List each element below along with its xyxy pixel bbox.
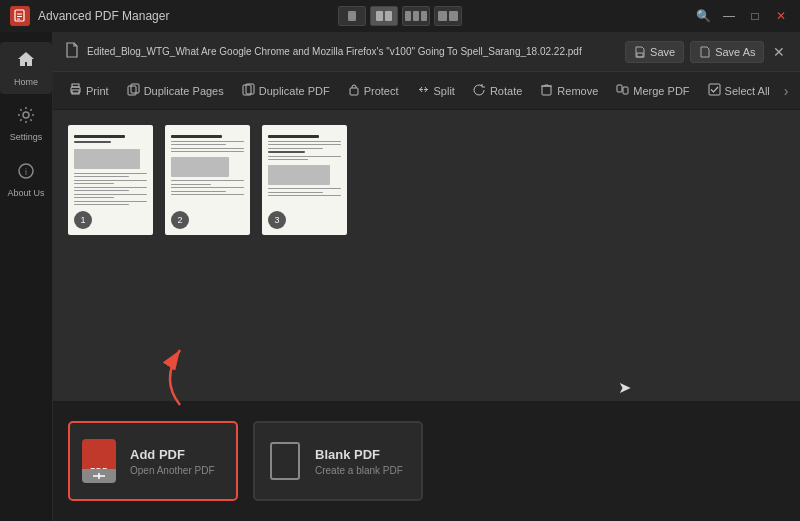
svg-rect-23 bbox=[350, 88, 358, 95]
file-bar: Edited_Blog_WTG_What Are Google Chrome a… bbox=[53, 32, 800, 72]
select-all-icon bbox=[708, 83, 721, 99]
remove-label: Remove bbox=[557, 85, 598, 97]
svg-rect-27 bbox=[709, 84, 720, 95]
protect-label: Protect bbox=[364, 85, 399, 97]
maximize-btn[interactable]: □ bbox=[746, 7, 764, 25]
svg-rect-4 bbox=[348, 11, 356, 21]
blank-pdf-card[interactable]: Blank PDF Create a blank PDF bbox=[253, 421, 423, 501]
save-as-button[interactable]: Save As bbox=[690, 41, 764, 63]
pdf-page-3[interactable]: 3 bbox=[262, 125, 347, 235]
split-icon bbox=[417, 83, 430, 99]
pdf-thumbnail-3[interactable]: 3 bbox=[262, 125, 347, 235]
print-label: Print bbox=[86, 85, 109, 97]
view-quad[interactable] bbox=[434, 6, 462, 26]
sidebar-settings-label: Settings bbox=[10, 132, 43, 142]
sidebar-item-settings[interactable]: Settings bbox=[0, 98, 52, 150]
sidebar-item-about[interactable]: i About Us bbox=[0, 154, 52, 206]
svg-rect-11 bbox=[449, 11, 458, 21]
settings-icon bbox=[17, 106, 35, 129]
remove-icon bbox=[540, 83, 553, 99]
svg-rect-8 bbox=[413, 11, 419, 21]
sidebar-home-label: Home bbox=[14, 77, 38, 87]
duplicate-pdf-btn[interactable]: Duplicate PDF bbox=[234, 79, 338, 103]
svg-rect-26 bbox=[623, 87, 628, 94]
save-button[interactable]: Save bbox=[625, 41, 684, 63]
protect-icon bbox=[348, 83, 360, 99]
rotate-label: Rotate bbox=[490, 85, 522, 97]
pdf-canvas: 1 bbox=[53, 110, 800, 401]
svg-rect-5 bbox=[376, 11, 383, 21]
sidebar-item-home[interactable]: Home bbox=[0, 42, 52, 94]
minimize-btn[interactable]: — bbox=[720, 7, 738, 25]
toolbar: Print Duplicate Pages Duplicate PDF bbox=[53, 72, 800, 110]
view-modes bbox=[338, 6, 462, 26]
svg-text:i: i bbox=[25, 167, 27, 177]
split-btn[interactable]: Split bbox=[409, 79, 463, 103]
duplicate-pages-btn[interactable]: Duplicate Pages bbox=[119, 79, 232, 103]
pdf-page-1[interactable]: 1 bbox=[68, 125, 153, 235]
remove-btn[interactable]: Remove bbox=[532, 79, 606, 103]
search-btn[interactable]: 🔍 bbox=[694, 7, 712, 25]
title-bar-right: 🔍 — □ ✕ bbox=[694, 7, 790, 25]
file-bar-actions: Save Save As ✕ bbox=[625, 41, 788, 63]
select-all-btn[interactable]: Select All bbox=[700, 79, 778, 103]
rotate-icon bbox=[473, 83, 486, 99]
merge-pdf-label: Merge PDF bbox=[633, 85, 689, 97]
svg-rect-10 bbox=[438, 11, 447, 21]
title-bar: Advanced PDF Manager 🔍 — □ ✕ bbox=[0, 0, 800, 32]
add-pdf-card[interactable]: PDF Add PDF Open Another PDF bbox=[68, 421, 238, 501]
blank-pdf-title: Blank PDF bbox=[315, 447, 403, 462]
sidebar: Home Settings i About Us bbox=[0, 32, 53, 521]
svg-rect-17 bbox=[72, 84, 79, 87]
svg-rect-15 bbox=[637, 53, 643, 57]
add-pdf-subtitle: Open Another PDF bbox=[130, 465, 215, 476]
svg-rect-9 bbox=[421, 11, 427, 21]
view-double[interactable] bbox=[370, 6, 398, 26]
page-1-badge: 1 bbox=[74, 211, 92, 229]
svg-rect-19 bbox=[128, 86, 136, 95]
title-bar-left: Advanced PDF Manager bbox=[10, 6, 169, 26]
pdf-thumbnail-1[interactable]: 1 bbox=[68, 125, 153, 235]
sidebar-about-label: About Us bbox=[7, 188, 44, 198]
app-title: Advanced PDF Manager bbox=[38, 9, 169, 23]
split-label: Split bbox=[434, 85, 455, 97]
rotate-btn[interactable]: Rotate bbox=[465, 79, 530, 103]
svg-rect-25 bbox=[617, 85, 622, 92]
close-btn[interactable]: ✕ bbox=[772, 7, 790, 25]
merge-pdf-btn[interactable]: Merge PDF bbox=[608, 79, 697, 103]
page-2-badge: 2 bbox=[171, 211, 189, 229]
svg-rect-7 bbox=[405, 11, 411, 21]
add-pdf-icon: PDF bbox=[82, 439, 118, 483]
view-single[interactable] bbox=[338, 6, 366, 26]
bottom-area: PDF Add PDF Open Another PDF bbox=[53, 401, 800, 521]
page-3-badge: 3 bbox=[268, 211, 286, 229]
app-container: Advanced PDF Manager 🔍 — □ ✕ bbox=[0, 0, 800, 521]
print-icon bbox=[69, 83, 82, 99]
svg-rect-6 bbox=[385, 11, 392, 21]
view-triple[interactable] bbox=[402, 6, 430, 26]
add-pdf-title: Add PDF bbox=[130, 447, 215, 462]
blank-pdf-subtitle: Create a blank PDF bbox=[315, 465, 403, 476]
blank-pdf-icon bbox=[267, 439, 303, 483]
file-name: Edited_Blog_WTG_What Are Google Chrome a… bbox=[87, 46, 617, 57]
pdf-page-2[interactable]: 2 bbox=[165, 125, 250, 235]
main-layout: Home Settings i About Us bbox=[0, 32, 800, 521]
home-icon bbox=[16, 49, 36, 74]
protect-btn[interactable]: Protect bbox=[340, 79, 407, 103]
close-file-btn[interactable]: ✕ bbox=[770, 43, 788, 61]
file-icon bbox=[65, 42, 79, 61]
merge-pdf-icon bbox=[616, 83, 629, 99]
app-icon bbox=[10, 6, 30, 26]
svg-rect-20 bbox=[131, 84, 139, 93]
content-area: Edited_Blog_WTG_What Are Google Chrome a… bbox=[53, 32, 800, 521]
duplicate-pdf-icon bbox=[242, 83, 255, 99]
toolbar-more-btn[interactable]: › bbox=[780, 79, 793, 103]
svg-point-12 bbox=[23, 112, 29, 118]
pdf-thumbnail-2[interactable]: 2 bbox=[165, 125, 250, 235]
svg-rect-24 bbox=[542, 86, 551, 95]
about-icon: i bbox=[17, 162, 35, 185]
duplicate-pages-icon bbox=[127, 83, 140, 99]
select-all-label: Select All bbox=[725, 85, 770, 97]
print-btn[interactable]: Print bbox=[61, 79, 117, 103]
duplicate-pdf-label: Duplicate PDF bbox=[259, 85, 330, 97]
